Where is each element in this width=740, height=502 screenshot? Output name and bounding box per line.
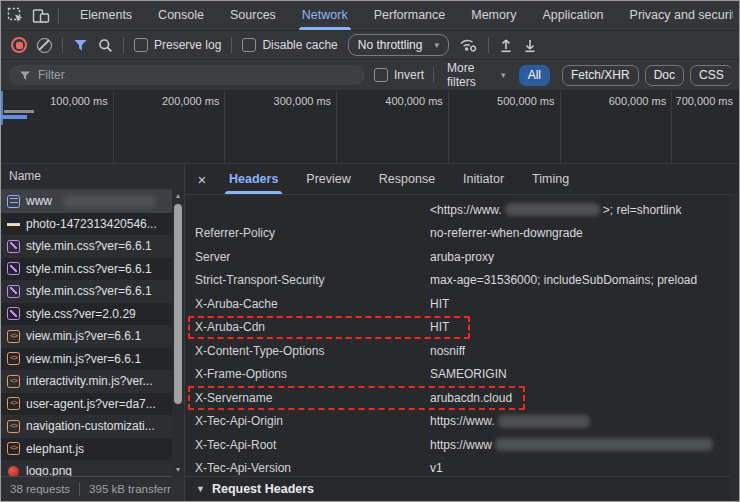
name-column-header[interactable]: Name [1, 164, 184, 190]
device-toolbar-icon[interactable] [32, 8, 50, 24]
export-har-icon[interactable] [523, 38, 537, 53]
header-row-x-aruba-cache[interactable]: X-Aruba-CacheHIT [185, 292, 739, 316]
filter-placeholder: Filter [38, 68, 65, 82]
header-row-x-content-type-options[interactable]: X-Content-Type-Optionsnosniff [185, 339, 739, 363]
inspect-element-icon[interactable] [7, 7, 24, 24]
record-network-log-icon[interactable] [11, 37, 27, 53]
request-name: elephant.js [26, 442, 84, 456]
header-value-text: HIT [430, 320, 449, 334]
overview-request-bar [1, 115, 27, 119]
request-name: style.min.css?ver=6.6.1 [26, 284, 152, 298]
header-name: X-Tec-Api-Version [195, 461, 430, 475]
timeline-tick: 200,000 ms [109, 95, 219, 107]
close-icon[interactable]: × [189, 171, 215, 188]
script-icon: <> [7, 375, 20, 388]
header-row-x-tec-api-root[interactable]: X-Tec-Api-Roothttps://www [185, 433, 739, 457]
header-value-text: >; rel=shortlink [603, 203, 682, 217]
request-headers-label: Request Headers [212, 482, 314, 496]
tab-application[interactable]: Application [529, 1, 616, 30]
sidebar-scrollbar[interactable]: ▲ ▼ [172, 189, 184, 477]
tab-sources[interactable]: Sources [217, 1, 289, 30]
scroll-down-icon[interactable]: ▼ [172, 464, 184, 476]
scroll-up-icon[interactable]: ▲ [172, 190, 184, 202]
request-row-navigation-customizati[interactable]: <>navigation-customizati... [1, 415, 184, 438]
header-value: HIT [430, 320, 449, 334]
header-value-text: <https://www. [430, 203, 502, 217]
header-row-server[interactable]: Serveraruba-proxy [185, 245, 739, 269]
more-filters-button[interactable]: More filters ▾ [443, 61, 510, 89]
request-headers-section[interactable]: ▼ Request Headers [185, 476, 739, 501]
requests-table: Name wwwphoto-1472313420546...style.min.… [1, 164, 185, 501]
request-row-style-css-ver-2-0-29[interactable]: style.css?ver=2.0.29 [1, 303, 184, 326]
script-icon: <> [7, 330, 20, 343]
request-row-logo-png[interactable]: logo.png [1, 460, 184, 476]
header-row-x-tec-api-origin[interactable]: X-Tec-Api-Originhttps://www. [185, 410, 739, 434]
divider [231, 37, 232, 53]
detail-tab-headers[interactable]: Headers [215, 164, 292, 194]
header-name: X-Frame-Options [195, 367, 430, 381]
filter-funnel-icon[interactable] [73, 38, 88, 52]
redacted-text [505, 203, 600, 216]
invert-checkbox[interactable]: Invert [374, 68, 424, 82]
header-value-text: https://www. [430, 414, 495, 428]
request-row-view-min-js-ver-6-6-1[interactable]: <>view.min.js?ver=6.6.1 [1, 325, 184, 348]
scrollbar-thumb[interactable] [174, 204, 182, 404]
filter-chip-all[interactable]: All [519, 65, 550, 86]
request-row-interactivity-min-js-ver[interactable]: <>interactivity.min.js?ver... [1, 370, 184, 393]
script-icon: <> [7, 397, 20, 410]
header-row-x-frame-options[interactable]: X-Frame-OptionsSAMEORIGIN [185, 363, 739, 387]
request-row-www[interactable]: www [1, 190, 184, 213]
image-favicon-icon [8, 466, 19, 476]
detail-tab-initiator[interactable]: Initiator [449, 164, 518, 194]
throttling-select[interactable]: No throttling ▾ [348, 34, 449, 56]
header-row-referrer-policy[interactable]: Referrer-Policyno-referrer-when-downgrad… [185, 222, 739, 246]
clear-network-log-icon[interactable] [37, 38, 52, 53]
timeline-tick: 300,000 ms [221, 95, 331, 107]
request-row-user-agent-js-ver-da7[interactable]: <>user-agent.js?ver=da7... [1, 393, 184, 416]
header-name: X-Aruba-Cdn [195, 320, 430, 334]
more-filters-label: More filters [447, 61, 495, 89]
header-row-x-servername[interactable]: X-Servernamearubacdn.cloud [185, 386, 739, 410]
disable-cache-checkbox[interactable]: Disable cache [242, 38, 337, 52]
search-icon[interactable] [98, 38, 113, 53]
request-row-view-min-js-ver-6-6-1[interactable]: <>view.min.js?ver=6.6.1 [1, 348, 184, 371]
filter-chip-doc[interactable]: Doc [645, 65, 684, 86]
tab-elements[interactable]: Elements [67, 1, 145, 30]
filter-input[interactable]: Filter [9, 65, 365, 85]
import-har-icon[interactable] [499, 38, 513, 53]
panel-tabs: ElementsConsoleSourcesNetworkPerformance… [67, 1, 733, 30]
request-row-style-min-css-ver-6-6-1[interactable]: style.min.css?ver=6.6.1 [1, 280, 184, 303]
detail-tab-preview[interactable]: Preview [292, 164, 364, 194]
filter-chip-css[interactable]: CSS [690, 65, 731, 86]
request-row-elephant-js[interactable]: <>elephant.js [1, 438, 184, 461]
network-conditions-icon[interactable] [459, 37, 478, 53]
tab-performance[interactable]: Performance [361, 1, 459, 30]
header-row[interactable]: <https://www.>; rel=shortlink [185, 198, 739, 222]
preserve-log-checkbox[interactable]: Preserve log [134, 38, 221, 52]
disclosure-triangle-icon[interactable]: ▼ [196, 484, 205, 494]
header-value-text: v1 [430, 461, 443, 475]
header-value: nosniff [430, 344, 465, 358]
redacted-text [495, 438, 713, 451]
image-icon [7, 219, 20, 230]
tab-console[interactable]: Console [145, 1, 217, 30]
tab-memory[interactable]: Memory [458, 1, 529, 30]
tab-network[interactable]: Network [289, 1, 361, 30]
detail-tab-timing[interactable]: Timing [518, 164, 583, 194]
detail-tabs: HeadersPreviewResponseInitiatorTiming [215, 164, 583, 194]
header-name: Strict-Transport-Security [195, 273, 430, 287]
filter-funnel-icon [19, 70, 31, 81]
header-row-x-aruba-cdn[interactable]: X-Aruba-CdnHIT [185, 316, 739, 340]
detail-scrollbar-track[interactable] [730, 194, 739, 501]
network-overview-timeline[interactable]: 100,000 ms200,000 ms300,000 ms400,000 ms… [1, 91, 739, 164]
header-row-strict-transport-security[interactable]: Strict-Transport-Securitymax-age=3153600… [185, 269, 739, 293]
transferred-size: 395 kB transferr [89, 483, 171, 495]
request-row-photo-1472313420546[interactable]: photo-1472313420546... [1, 213, 184, 236]
tab-privacy-and-security[interactable]: Privacy and security [617, 1, 733, 30]
header-row-x-tec-api-version[interactable]: X-Tec-Api-Versionv1 [185, 457, 739, 477]
request-row-style-min-css-ver-6-6-1[interactable]: style.min.css?ver=6.6.1 [1, 258, 184, 281]
filter-chip-fetch-xhr[interactable]: Fetch/XHR [562, 65, 639, 86]
network-toolbar: Preserve log Disable cache No throttling… [1, 31, 739, 60]
detail-tab-response[interactable]: Response [365, 164, 449, 194]
request-row-style-min-css-ver-6-6-1[interactable]: style.min.css?ver=6.6.1 [1, 235, 184, 258]
